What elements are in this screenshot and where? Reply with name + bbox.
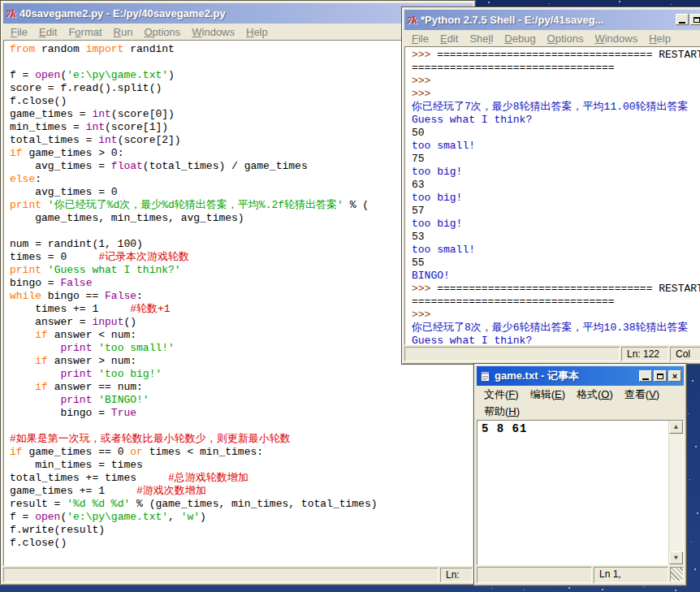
notepad-window-controls: × bbox=[639, 370, 681, 382]
notepad-status-line: Ln 1, bbox=[594, 567, 668, 583]
notepad-status-fill bbox=[477, 567, 592, 583]
notepad-title-bar[interactable]: game.txt - 记事本 × bbox=[477, 366, 684, 386]
code-line: f = open('e:\py\game.txt', 'w') bbox=[10, 511, 472, 524]
menu-item-file[interactable]: File bbox=[5, 26, 33, 38]
desktop-star bbox=[549, 3, 550, 4]
menu-item-view[interactable]: 查看(V) bbox=[619, 387, 665, 402]
code-line: result = '%d %d %d' % (game_times, min_t… bbox=[10, 498, 472, 511]
menu-item-file[interactable]: File bbox=[406, 32, 434, 45]
shell-line: too big! bbox=[412, 192, 700, 205]
menu-item-options[interactable]: Options bbox=[542, 32, 590, 45]
code-line: bingo = True bbox=[10, 407, 472, 420]
menu-item-help[interactable]: 帮助(H) bbox=[478, 404, 525, 419]
shell-status-column: Col bbox=[670, 347, 700, 361]
shell-line: 63 bbox=[412, 179, 700, 192]
shell-status-bar: Ln: 122 Col bbox=[404, 345, 700, 361]
code-line: game_times += 1 #游戏次数增加 bbox=[10, 485, 472, 498]
desktop-star bbox=[488, 2, 490, 3]
code-line: if game_times == 0 or times < min_times: bbox=[10, 446, 472, 459]
code-line: print 'too big!' bbox=[10, 368, 472, 381]
python-shell-window: 7k *Python 2.7.5 Shell - E:/py/41saveg..… bbox=[401, 6, 700, 365]
menu-item-edit[interactable]: Edit bbox=[33, 26, 63, 38]
notepad-menu-bar-row2: 帮助(H) bbox=[477, 403, 684, 420]
notepad-window: game.txt - 记事本 × 文件(F)编辑(E)格式(O)查看(V) 帮助… bbox=[473, 363, 687, 586]
editor-status-bar: Ln: bbox=[3, 566, 473, 582]
menu-item-shell[interactable]: Shell bbox=[464, 32, 499, 45]
code-line: min_times = times bbox=[10, 459, 472, 472]
shell-line: Guess what I think? bbox=[412, 114, 700, 127]
notepad-menu-bar-row1: 文件(F)编辑(E)格式(O)查看(V) bbox=[477, 386, 684, 403]
menu-item-help[interactable]: Help bbox=[643, 32, 676, 45]
scroll-down-icon[interactable]: ▼ bbox=[669, 551, 683, 564]
menu-item-format[interactable]: Format bbox=[63, 26, 107, 38]
shell-line: too small! bbox=[412, 140, 700, 153]
desktop-star bbox=[524, 590, 525, 590]
notepad-status-bar: Ln 1, bbox=[477, 565, 684, 583]
code-line: f.write(result) bbox=[10, 524, 472, 537]
desktop-star bbox=[695, 446, 697, 447]
maximize-icon bbox=[694, 17, 700, 23]
desktop: 7k 40savegame2.py - E:/py/40savegame2.py… bbox=[0, 0, 700, 592]
close-button[interactable]: × bbox=[668, 370, 681, 382]
shell-line: >>> bbox=[412, 309, 700, 322]
shell-line: ================================ bbox=[412, 62, 700, 75]
desktop-star bbox=[692, 380, 694, 382]
menu-item-windows[interactable]: Windows bbox=[589, 32, 643, 45]
code-line: total_times += times #总游戏轮数增加 bbox=[10, 472, 472, 485]
shell-line: too small! bbox=[412, 244, 700, 257]
shell-line: ================================ bbox=[412, 296, 700, 309]
editor-status-line: Ln: bbox=[440, 568, 473, 582]
minimize-icon bbox=[679, 22, 685, 24]
menu-item-edit[interactable]: Edit bbox=[434, 32, 464, 45]
minimize-icon bbox=[642, 378, 649, 380]
menu-item-file[interactable]: 文件(F) bbox=[478, 387, 525, 402]
shell-line: 50 bbox=[412, 127, 700, 140]
shell-text-area[interactable]: >>> ================================== R… bbox=[404, 46, 700, 345]
desktop-star bbox=[689, 479, 690, 480]
shell-line: too big! bbox=[412, 218, 700, 231]
shell-window-title: *Python 2.7.5 Shell - E:/py/41saveg... bbox=[421, 14, 700, 26]
menu-item-edit[interactable]: 编辑(E) bbox=[525, 387, 571, 402]
maximize-button[interactable] bbox=[690, 14, 700, 25]
shell-line: 55 bbox=[412, 257, 700, 270]
notepad-text-area[interactable]: 5 8 61 ▲ ▼ bbox=[477, 420, 684, 565]
code-line: if answer == num: bbox=[10, 381, 472, 394]
desktop-star bbox=[671, 4, 672, 5]
desktop-star bbox=[619, 1, 620, 2]
shell-line: 你已经玩了8次，最少6轮猜出答案，平均10.38轮猜出答案 bbox=[412, 322, 700, 335]
menu-item-debug[interactable]: Debug bbox=[499, 32, 541, 45]
desktop-star bbox=[602, 589, 603, 590]
desktop-star bbox=[568, 587, 570, 589]
notepad-window-title: game.txt - 记事本 bbox=[495, 369, 636, 383]
resize-grip[interactable] bbox=[670, 567, 684, 581]
minimize-button[interactable] bbox=[676, 14, 689, 25]
shell-title-bar[interactable]: 7k *Python 2.7.5 Shell - E:/py/41saveg..… bbox=[404, 10, 700, 30]
tk-python-icon: 7k bbox=[6, 7, 16, 20]
shell-line: 53 bbox=[412, 231, 700, 244]
scroll-up-icon[interactable]: ▲ bbox=[669, 421, 683, 434]
desktop-star bbox=[644, 586, 645, 587]
shell-line: BINGO! bbox=[412, 270, 700, 283]
vertical-scrollbar[interactable]: ▲ ▼ bbox=[668, 421, 683, 564]
shell-line: >>> bbox=[412, 75, 700, 88]
menu-item-help[interactable]: Help bbox=[240, 26, 274, 38]
shell-status-fill bbox=[404, 347, 620, 361]
tk-python-icon: 7k bbox=[407, 14, 417, 27]
code-line: #如果是第一次玩，或者轮数比最小轮数少，则更新最小轮数 bbox=[10, 433, 472, 446]
maximize-button[interactable] bbox=[654, 370, 667, 382]
shell-line: >>> ================================== R… bbox=[412, 49, 700, 62]
menu-item-run[interactable]: Run bbox=[108, 26, 139, 38]
menu-item-options[interactable]: Options bbox=[138, 26, 186, 38]
minimize-button[interactable] bbox=[639, 370, 652, 382]
code-line: f.close() bbox=[10, 537, 472, 550]
shell-line: too big! bbox=[412, 166, 700, 179]
notepad-document-text: 5 8 61 bbox=[482, 422, 527, 435]
shell-status-line: Ln: 122 bbox=[621, 347, 668, 361]
menu-item-format[interactable]: 格式(O) bbox=[571, 387, 619, 402]
maximize-icon bbox=[657, 374, 663, 379]
shell-line: 75 bbox=[412, 153, 700, 166]
shell-menu-bar: FileEditShellDebugOptionsWindowsHelp bbox=[404, 30, 700, 46]
menu-item-windows[interactable]: Windows bbox=[186, 26, 240, 38]
shell-line: 57 bbox=[412, 205, 700, 218]
shell-line: >>> bbox=[412, 88, 700, 101]
